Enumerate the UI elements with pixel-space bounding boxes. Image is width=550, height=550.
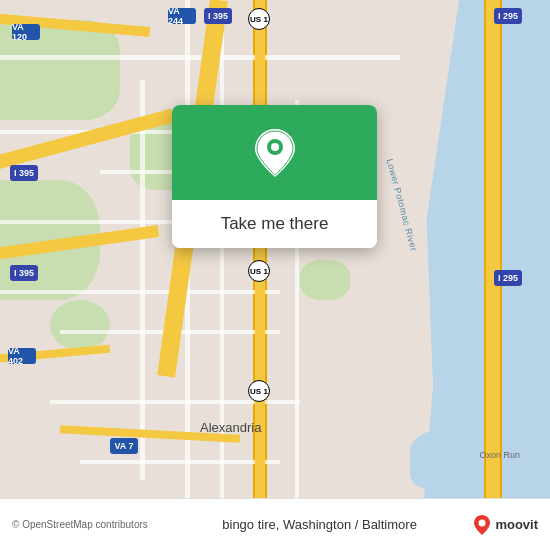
badge-us1-top: US 1 <box>248 8 270 30</box>
local-road-8 <box>80 460 280 464</box>
svg-point-4 <box>479 519 486 526</box>
badge-i395-left2: I 395 <box>10 265 38 281</box>
oxon-run-label: Oxon Run <box>479 450 520 460</box>
badge-i295-top: I 295 <box>494 8 522 24</box>
popup-button-area: Take me there <box>172 200 377 248</box>
badge-i395-left1: I 395 <box>10 165 38 181</box>
popup-header <box>172 105 377 200</box>
take-me-there-button[interactable]: Take me there <box>221 210 329 238</box>
city-label: Alexandria <box>200 420 261 435</box>
badge-va402: VA 402 <box>8 348 36 364</box>
badge-va244: VA 244 <box>168 8 196 24</box>
badge-va7: VA 7 <box>110 438 138 454</box>
park-area-small1 <box>50 300 110 350</box>
svg-point-3 <box>271 143 279 151</box>
badge-us1-mid: US 1 <box>248 260 270 282</box>
park-area-small2 <box>300 260 350 300</box>
local-road-1 <box>0 55 400 60</box>
moovit-pin-icon <box>473 514 491 536</box>
river-label: Lower Potomac River <box>385 158 419 253</box>
badge-i395-top: I 395 <box>204 8 232 24</box>
bottom-bar: © OpenStreetMap contributors bingo tire,… <box>0 498 550 550</box>
map-container: VA 244 I 395 US 1 VA 120 I 395 I 395 US … <box>0 0 550 550</box>
popup-card: Take me there <box>172 105 377 248</box>
moovit-logo: moovit <box>473 514 538 536</box>
badge-i295-mid: I 295 <box>494 270 522 286</box>
badge-va120: VA 120 <box>12 24 40 40</box>
location-text: bingo tire, Washington / Baltimore <box>166 517 474 532</box>
copyright-text: © OpenStreetMap contributors <box>12 519 166 530</box>
badge-us1-lower: US 1 <box>248 380 270 402</box>
local-road-vert3 <box>220 0 224 550</box>
local-road-vert1 <box>140 80 145 480</box>
map-background: VA 244 I 395 US 1 VA 120 I 395 I 395 US … <box>0 0 550 550</box>
moovit-text: moovit <box>495 517 538 532</box>
location-pin-icon <box>253 127 297 179</box>
